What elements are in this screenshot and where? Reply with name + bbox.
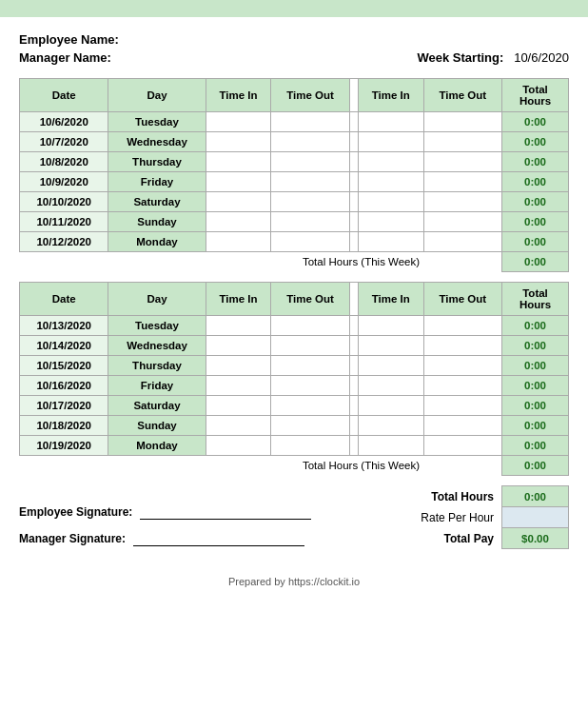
w1-timeout2-2 xyxy=(423,152,501,172)
w1-timeout1-4 xyxy=(271,192,349,212)
w1-total-2: 0:00 xyxy=(502,152,569,172)
total-pay-value: $0.00 xyxy=(502,528,569,549)
w1-timeout2-6 xyxy=(423,232,501,252)
w2-total-6: 0:00 xyxy=(502,436,569,456)
week-starting: Week Starting: 10/6/2020 xyxy=(418,50,569,65)
w1-sep-4 xyxy=(349,192,358,212)
w1-timeout1-5 xyxy=(271,212,349,232)
w2-timeout1-0 xyxy=(271,316,349,336)
week1-total-label: Total Hours (This Week) xyxy=(20,252,424,272)
week1-table: Date Day Time In Time Out Time In Time O… xyxy=(19,78,569,272)
footer: Prepared by https://clockit.io xyxy=(19,576,569,587)
w1-timeout1-1 xyxy=(271,132,349,152)
w2-timein2-4 xyxy=(358,396,423,416)
col-sep-2 xyxy=(349,283,358,316)
w2-day-5: Sunday xyxy=(108,416,206,436)
w1-sep-6 xyxy=(349,232,358,252)
w1-timein2-0 xyxy=(358,112,423,132)
w2-timeout2-4 xyxy=(423,396,501,416)
w2-date-6: 10/19/2020 xyxy=(20,436,108,456)
w2-timeout1-3 xyxy=(271,376,349,396)
w2-date-2: 10/15/2020 xyxy=(20,356,108,376)
w2-timein2-6 xyxy=(358,436,423,456)
col-timein2-2: Time In xyxy=(358,283,423,316)
w2-sep-4 xyxy=(349,396,358,416)
w2-total-4: 0:00 xyxy=(502,396,569,416)
summary-table: Total Hours 0:00 Rate Per Hour Total Pay… xyxy=(413,485,569,549)
w1-timein1-0 xyxy=(206,112,271,132)
w2-timein1-6 xyxy=(206,436,271,456)
w1-date-6: 10/12/2020 xyxy=(20,232,108,252)
w2-timein2-3 xyxy=(358,376,423,396)
col-totalhours-2: Total Hours xyxy=(502,283,569,316)
week2-row-6: 10/19/2020 Monday 0:00 xyxy=(20,436,569,456)
w2-timein1-3 xyxy=(206,376,271,396)
w2-timein1-2 xyxy=(206,356,271,376)
week2-total-value: 0:00 xyxy=(502,456,569,476)
w2-day-2: Thursday xyxy=(108,356,206,376)
week2-row-2: 10/15/2020 Thursday 0:00 xyxy=(20,356,569,376)
w1-timeout1-2 xyxy=(271,152,349,172)
w2-date-0: 10/13/2020 xyxy=(20,316,108,336)
w2-timeout1-4 xyxy=(271,396,349,416)
w2-total-1: 0:00 xyxy=(502,336,569,356)
w2-timein1-1 xyxy=(206,336,271,356)
w2-timeout2-1 xyxy=(423,336,501,356)
w1-timein2-5 xyxy=(358,212,423,232)
w2-sep-6 xyxy=(349,436,358,456)
week2-row-3: 10/16/2020 Friday 0:00 xyxy=(20,376,569,396)
w1-date-5: 10/11/2020 xyxy=(20,212,108,232)
col-date-1: Date xyxy=(20,79,108,112)
w2-timeout1-5 xyxy=(271,416,349,436)
w1-timein1-3 xyxy=(206,172,271,192)
week2-total-label: Total Hours (This Week) xyxy=(20,456,424,476)
w1-day-5: Sunday xyxy=(108,212,206,232)
col-timeout1-1: Time Out xyxy=(271,79,349,112)
w1-timein2-2 xyxy=(358,152,423,172)
w2-timein2-0 xyxy=(358,316,423,336)
w2-sep-1 xyxy=(349,336,358,356)
w1-timeout2-4 xyxy=(423,192,501,212)
w2-timein2-2 xyxy=(358,356,423,376)
manager-signature-row: Manager Signature: xyxy=(19,531,311,546)
col-timein1-1: Time In xyxy=(206,79,271,112)
w1-date-4: 10/10/2020 xyxy=(20,192,108,212)
w1-total-4: 0:00 xyxy=(502,192,569,212)
w2-day-6: Monday xyxy=(108,436,206,456)
w1-total-5: 0:00 xyxy=(502,212,569,232)
w2-sep-3 xyxy=(349,376,358,396)
w2-total-5: 0:00 xyxy=(502,416,569,436)
col-sep-1 xyxy=(349,79,358,112)
week1-row-2: 10/8/2020 Thursday 0:00 xyxy=(20,152,569,172)
col-timein2-1: Time In xyxy=(358,79,423,112)
w1-timein2-3 xyxy=(358,172,423,192)
week2-total-row: Total Hours (This Week) 0:00 xyxy=(20,456,569,476)
w2-timein2-1 xyxy=(358,336,423,356)
w1-total-0: 0:00 xyxy=(502,112,569,132)
col-day-2: Day xyxy=(108,283,206,316)
w2-timein2-5 xyxy=(358,416,423,436)
w1-date-3: 10/9/2020 xyxy=(20,172,108,192)
summary-section: Total Hours 0:00 Rate Per Hour Total Pay… xyxy=(413,485,569,559)
w1-timein1-6 xyxy=(206,232,271,252)
week1-row-5: 10/11/2020 Sunday 0:00 xyxy=(20,212,569,232)
w1-date-2: 10/8/2020 xyxy=(20,152,108,172)
w1-day-1: Wednesday xyxy=(108,132,206,152)
week1-row-6: 10/12/2020 Monday 0:00 xyxy=(20,232,569,252)
w1-timein1-2 xyxy=(206,152,271,172)
w1-timeout1-0 xyxy=(271,112,349,132)
w1-timeout2-5 xyxy=(423,212,501,232)
manager-signature-line xyxy=(133,531,304,546)
header-section: Employee Name: Manager Name: Week Starti… xyxy=(19,32,569,65)
total-pay-label: Total Pay xyxy=(413,528,501,549)
w1-timein2-4 xyxy=(358,192,423,212)
w2-sep-5 xyxy=(349,416,358,436)
col-date-2: Date xyxy=(20,283,108,316)
w2-date-3: 10/16/2020 xyxy=(20,376,108,396)
employee-signature-row: Employee Signature: xyxy=(19,504,311,520)
w2-timein1-4 xyxy=(206,396,271,416)
w1-day-4: Saturday xyxy=(108,192,206,212)
w2-timeout2-2 xyxy=(423,356,501,376)
week1-row-3: 10/9/2020 Friday 0:00 xyxy=(20,172,569,192)
w2-day-0: Tuesday xyxy=(108,316,206,336)
